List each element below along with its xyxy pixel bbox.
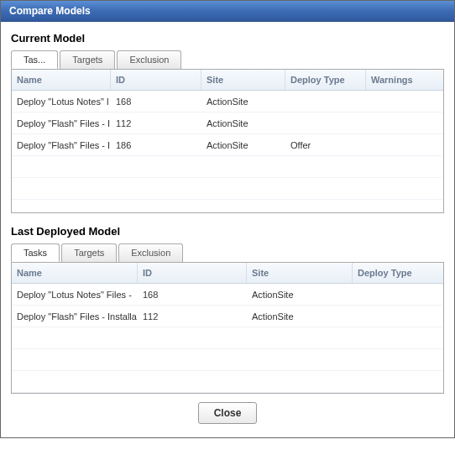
col-id[interactable]: ID: [138, 263, 247, 283]
table-row[interactable]: Deploy "Flash" Files - I 112 ActionSite: [12, 112, 443, 134]
last-grid-body: Deploy "Lotus Notes" Files - 168 ActionS…: [12, 284, 443, 393]
table-row[interactable]: Deploy "Flash" Files - Installa 112 Acti…: [12, 306, 443, 327]
compare-models-dialog: Compare Models Current Model Tas... Targ…: [0, 0, 455, 438]
col-deploy[interactable]: Deploy Type: [285, 70, 366, 90]
cell-site: ActionSite: [247, 306, 353, 327]
empty-row: [12, 327, 443, 349]
cell-deploy: [285, 118, 366, 128]
cell-name: Deploy "Flash" Files - Installa: [12, 306, 138, 327]
cell-name: Deploy "Lotus Notes" Files -: [12, 285, 138, 305]
col-warnings[interactable]: Warnings: [366, 70, 443, 90]
close-button[interactable]: Close: [198, 402, 258, 424]
table-row[interactable]: Deploy "Lotus Notes" I 168 ActionSite: [12, 91, 443, 112]
cell-deploy: [353, 290, 443, 300]
cell-site: ActionSite: [201, 135, 285, 155]
cell-name: Deploy "Flash" Files - I: [12, 113, 111, 133]
last-deployed-heading: Last Deployed Model: [11, 225, 444, 238]
current-grid-body: Deploy "Lotus Notes" I 168 ActionSite De…: [12, 91, 443, 212]
dialog-content: Current Model Tas... Targets Exclusion N…: [1, 22, 454, 437]
last-grid-header: Name ID Site Deploy Type: [12, 263, 443, 284]
cell-site: ActionSite: [247, 285, 353, 305]
current-model-heading: Current Model: [11, 32, 444, 44]
cell-warn: [366, 97, 443, 107]
current-tabs: Tas... Targets Exclusion: [11, 50, 444, 70]
empty-row: [12, 349, 443, 371]
col-name[interactable]: Name: [12, 70, 111, 90]
cell-id: 168: [138, 285, 247, 305]
cell-id: 168: [111, 92, 201, 112]
col-site[interactable]: Site: [247, 263, 353, 283]
tab-targets-current[interactable]: Targets: [60, 50, 115, 69]
cell-id: 112: [138, 306, 247, 327]
current-grid: Name ID Site Deploy Type Warnings Deploy…: [11, 69, 444, 213]
last-grid: Name ID Site Deploy Type Deploy "Lotus N…: [11, 262, 444, 394]
cell-site: ActionSite: [201, 113, 285, 133]
cell-deploy: [285, 97, 366, 107]
last-tabs: Tasks Targets Exclusion: [11, 243, 444, 263]
cell-name: Deploy "Flash" Files - I: [12, 135, 111, 155]
empty-row: [12, 156, 443, 178]
col-deploy[interactable]: Deploy Type: [353, 263, 443, 283]
col-site[interactable]: Site: [201, 70, 285, 90]
cell-id: 112: [111, 113, 201, 133]
button-bar: Close: [11, 394, 444, 427]
table-row[interactable]: Deploy "Flash" Files - I 186 ActionSite …: [12, 134, 443, 156]
tab-tasks-last[interactable]: Tasks: [11, 243, 60, 262]
cell-warn: [366, 140, 443, 150]
dialog-title: Compare Models: [1, 1, 454, 22]
empty-row: [12, 178, 443, 200]
cell-id: 186: [111, 135, 201, 155]
tab-exclusion-last[interactable]: Exclusion: [118, 243, 183, 262]
cell-site: ActionSite: [201, 92, 285, 112]
cell-deploy: Offer: [285, 135, 366, 155]
tab-targets-last[interactable]: Targets: [61, 243, 117, 262]
cell-deploy: [353, 311, 443, 322]
current-grid-header: Name ID Site Deploy Type Warnings: [12, 70, 443, 91]
cell-name: Deploy "Lotus Notes" I: [12, 92, 111, 112]
col-id[interactable]: ID: [111, 70, 201, 90]
cell-warn: [366, 118, 443, 128]
table-row[interactable]: Deploy "Lotus Notes" Files - 168 ActionS…: [12, 284, 443, 306]
empty-row: [12, 371, 443, 393]
tab-exclusion-current[interactable]: Exclusion: [117, 50, 181, 69]
tab-tasks-current[interactable]: Tas...: [11, 50, 58, 69]
col-name[interactable]: Name: [12, 263, 138, 283]
